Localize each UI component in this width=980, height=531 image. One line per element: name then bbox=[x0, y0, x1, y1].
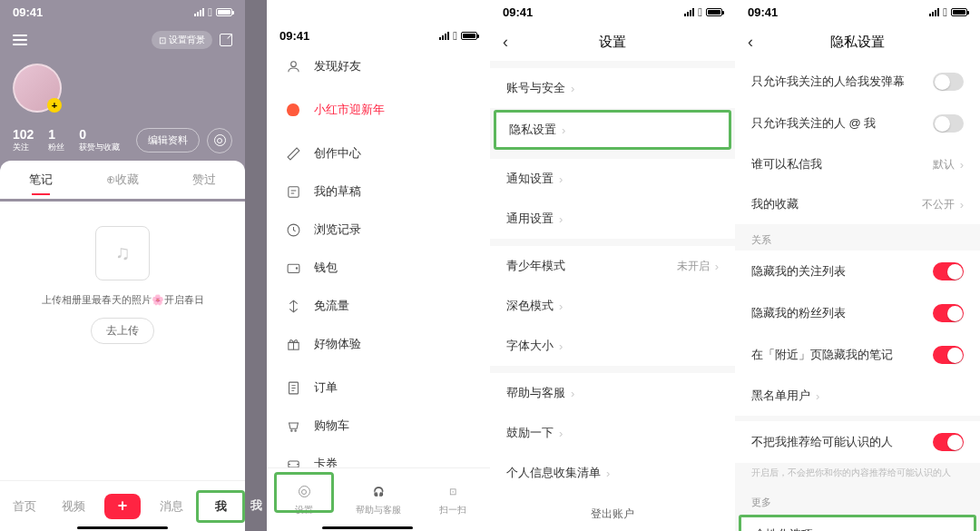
stat-followers[interactable]: 1粉丝 bbox=[48, 127, 64, 153]
svg-rect-1 bbox=[288, 186, 298, 196]
menu-settings[interactable]: 设置 bbox=[267, 468, 341, 531]
lant-icon bbox=[285, 102, 301, 118]
row-blacklist[interactable]: 黑名单用户› bbox=[735, 376, 980, 416]
nav-me-bg: 我 bbox=[245, 497, 267, 514]
toggle[interactable] bbox=[933, 114, 964, 133]
menu-item-9[interactable]: 购物车 bbox=[267, 407, 490, 445]
row-account-security[interactable]: 账号与安全› bbox=[490, 68, 735, 108]
chevron-icon: › bbox=[715, 260, 719, 273]
hist-icon bbox=[285, 221, 301, 238]
row-general[interactable]: 通用设置› bbox=[490, 199, 735, 239]
menu-icon[interactable] bbox=[13, 34, 27, 45]
toggle[interactable] bbox=[933, 304, 964, 322]
menu-item-6[interactable]: 免流量 bbox=[267, 287, 490, 325]
menu-item-7[interactable]: 好物体验 bbox=[267, 325, 490, 363]
add-icon[interactable]: + bbox=[47, 98, 62, 113]
upload-button[interactable]: 去上传 bbox=[91, 318, 154, 344]
chevron-icon: › bbox=[559, 339, 563, 353]
nav-video[interactable]: 视频 bbox=[49, 498, 98, 515]
pen-icon bbox=[285, 145, 301, 162]
svg-point-4 bbox=[296, 267, 297, 268]
toggle[interactable] bbox=[933, 73, 964, 91]
section-more: 更多 bbox=[735, 487, 980, 513]
toggle[interactable] bbox=[933, 346, 964, 364]
time: 09:41 bbox=[279, 29, 309, 43]
row-at-follow[interactable]: 只允许我关注的人 @ 我 bbox=[735, 103, 980, 144]
row-help[interactable]: 帮助与客服› bbox=[490, 373, 735, 413]
chevron-icon: › bbox=[606, 467, 610, 480]
edit-profile-button[interactable]: 编辑资料 bbox=[136, 128, 200, 152]
status-icons: 􀙇 bbox=[194, 5, 232, 19]
svg-point-8 bbox=[294, 429, 295, 430]
row-danmu-follow[interactable]: 只允许我关注的人给我发弹幕 bbox=[735, 61, 980, 103]
menu-item-4[interactable]: 浏览记录 bbox=[267, 211, 490, 249]
row-hide-nearby[interactable]: 在「附近」页隐藏我的笔记 bbox=[735, 334, 980, 376]
cart-icon bbox=[285, 418, 301, 434]
page-title: 隐私设置 bbox=[830, 34, 885, 51]
home-indicator bbox=[77, 526, 168, 529]
back-icon[interactable]: ‹ bbox=[748, 33, 766, 52]
nav-post[interactable]: + bbox=[98, 494, 147, 519]
row-teen-mode[interactable]: 青少年模式未开启› bbox=[490, 246, 735, 286]
row-personal-info[interactable]: 个人信息收集清单› bbox=[490, 453, 735, 493]
row-my-collection[interactable]: 我的收藏不公开› bbox=[735, 184, 980, 224]
time: 09:41 bbox=[503, 5, 533, 19]
stat-following[interactable]: 102关注 bbox=[13, 127, 34, 153]
nav-messages[interactable]: 消息 bbox=[147, 498, 196, 515]
user-icon bbox=[285, 58, 301, 74]
tab-liked[interactable]: 赞过 bbox=[163, 172, 245, 188]
row-personalization[interactable]: 个性化选项› bbox=[741, 517, 974, 531]
row-dark-mode[interactable]: 深色模式› bbox=[490, 286, 735, 326]
empty-text: 上传相册里最春天的照片🌸开启春日 bbox=[18, 293, 227, 307]
section-relations: 关系 bbox=[735, 224, 980, 251]
menu-scan[interactable]: ⊡扫一扫 bbox=[416, 468, 490, 531]
chevron-icon: › bbox=[571, 82, 574, 95]
chevron-icon: › bbox=[818, 528, 822, 532]
order-icon bbox=[285, 379, 301, 396]
row-font-size[interactable]: 字体大小› bbox=[490, 326, 735, 366]
settings-icon[interactable] bbox=[207, 128, 232, 153]
row-hide-following[interactable]: 隐藏我的关注列表 bbox=[735, 251, 980, 292]
status-icons: 􀙇 bbox=[684, 5, 722, 19]
svg-point-0 bbox=[290, 61, 296, 66]
data-icon bbox=[285, 298, 301, 314]
row-hide-followers[interactable]: 隐藏我的粉丝列表 bbox=[735, 292, 980, 334]
row-privacy-settings[interactable]: 隐私设置› bbox=[496, 113, 729, 147]
home-indicator bbox=[322, 526, 413, 529]
toggle[interactable] bbox=[933, 262, 964, 280]
menu-item-1[interactable]: 小红市迎新年 bbox=[267, 91, 490, 129]
chevron-icon: › bbox=[571, 387, 574, 400]
chevron-icon: › bbox=[960, 158, 964, 172]
toggle[interactable] bbox=[933, 433, 964, 451]
nav-me[interactable]: 我 bbox=[196, 490, 245, 523]
chevron-icon: › bbox=[562, 123, 565, 137]
logout-button[interactable]: 登出账户 bbox=[490, 497, 735, 531]
nav-home[interactable]: 首页 bbox=[0, 498, 49, 515]
draft-icon bbox=[285, 183, 301, 200]
row-rate[interactable]: 鼓励一下› bbox=[490, 413, 735, 453]
menu-help[interactable]: 🎧帮助与客服 bbox=[341, 468, 416, 531]
set-background-button[interactable]: ⊡设置背景 bbox=[152, 31, 212, 49]
chevron-icon: › bbox=[559, 300, 563, 313]
share-icon[interactable] bbox=[220, 34, 232, 46]
time: 09:41 bbox=[13, 5, 43, 19]
status-icons: 􀙇 bbox=[439, 29, 477, 43]
back-icon[interactable]: ‹ bbox=[503, 33, 521, 52]
menu-item-0[interactable]: 发现好友 bbox=[267, 47, 490, 85]
row-who-dm[interactable]: 谁可以私信我默认› bbox=[735, 144, 980, 184]
stat-likes[interactable]: 0获赞与收藏 bbox=[79, 127, 120, 153]
row-notification[interactable]: 通知设置› bbox=[490, 159, 735, 199]
avatar[interactable]: + bbox=[13, 64, 62, 113]
time: 09:41 bbox=[748, 5, 778, 19]
row-no-recommend[interactable]: 不把我推荐给可能认识的人 bbox=[735, 421, 980, 463]
menu-item-5[interactable]: 钱包 bbox=[267, 249, 490, 287]
menu-item-3[interactable]: 我的草稿 bbox=[267, 172, 490, 211]
hint-text: 开启后，不会把你和你的内容推荐给可能认识的人 bbox=[735, 463, 980, 487]
tab-collections[interactable]: ⊕收藏 bbox=[82, 172, 163, 188]
svg-point-7 bbox=[290, 429, 291, 430]
tab-notes[interactable]: 笔记 bbox=[0, 172, 82, 188]
chevron-icon: › bbox=[559, 212, 563, 226]
chevron-icon: › bbox=[559, 427, 563, 440]
menu-item-2[interactable]: 创作中心 bbox=[267, 134, 490, 172]
menu-item-8[interactable]: 订单 bbox=[267, 369, 490, 407]
